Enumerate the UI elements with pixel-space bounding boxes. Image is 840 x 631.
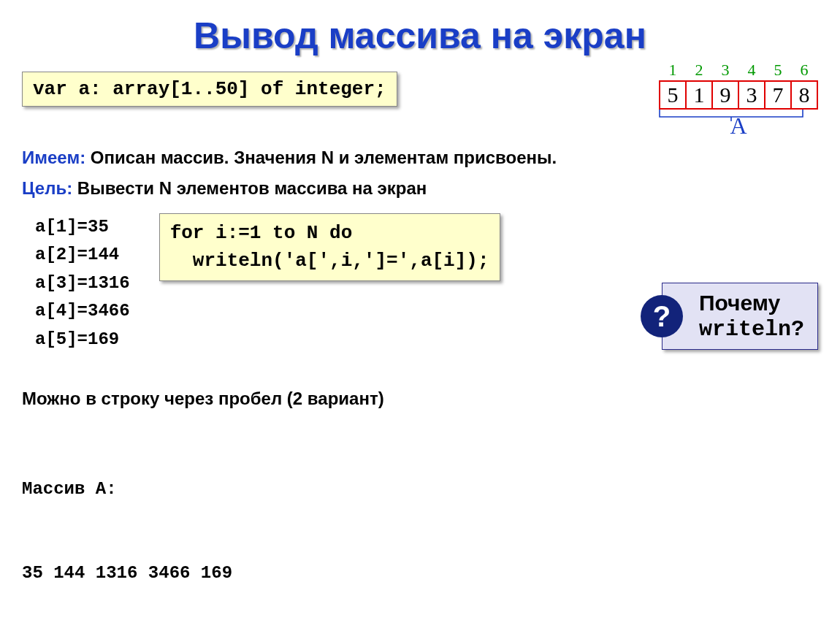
question-callout-writeln: ? Почему writeln? <box>662 283 818 350</box>
variant2-output-values: 35 144 1316 3466 169 <box>22 559 818 587</box>
goal-line: Цель: Вывести N элементов массива на экр… <box>22 178 818 199</box>
bracket-icon <box>658 108 804 121</box>
array-index: 1 <box>660 60 686 81</box>
array-cell: 8 <box>791 81 817 109</box>
array-index: 3 <box>712 60 738 81</box>
array-index: 5 <box>765 60 791 81</box>
variant2-heading: Можно в строку через пробел (2 вариант) <box>22 389 818 409</box>
slide-title: Вывод массива на экран <box>22 15 818 57</box>
have-text: Описан массив. Значения N и элементам пр… <box>91 148 557 167</box>
question-mark-icon: ? <box>641 295 683 337</box>
goal-label: Цель: <box>22 178 72 198</box>
array-index: 6 <box>791 60 817 81</box>
callout-code-text: writeln? <box>699 317 804 342</box>
array-cell: 9 <box>712 81 738 109</box>
have-label: Имеем: <box>22 148 85 167</box>
array-cell: 1 <box>686 81 712 109</box>
callout-text: Почему <box>699 291 780 315</box>
var-declaration-code: var a: array[1..50] of integer; <box>22 72 397 107</box>
array-index: 4 <box>738 60 765 81</box>
array-visualization: 1 2 3 4 5 6 5 1 9 3 7 8 A <box>659 60 818 140</box>
variant2-output-label: Массив A: <box>22 475 818 503</box>
array-index: 2 <box>686 60 712 81</box>
for-loop-writeln-code: for i:=1 to N do writeln('a[',i,']=',a[i… <box>159 213 500 281</box>
column-output-example: a[1]=35 a[2]=144 a[3]=1316 a[4]=3466 a[5… <box>35 213 130 353</box>
array-cell: 5 <box>660 81 686 109</box>
have-line: Имеем: Описан массив. Значения N и элеме… <box>22 148 818 168</box>
goal-text: Вывести N элементов массива на экран <box>77 178 427 198</box>
array-cell: 7 <box>765 81 791 109</box>
array-cell: 3 <box>738 81 765 109</box>
